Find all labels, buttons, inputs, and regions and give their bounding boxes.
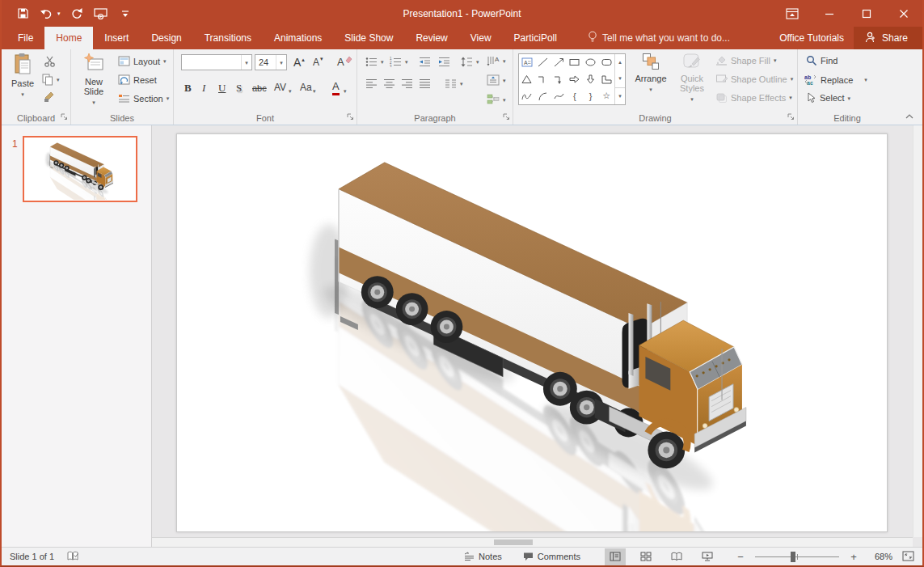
underline-button[interactable]: U <box>218 82 226 95</box>
save-icon[interactable] <box>15 6 31 22</box>
undo-icon[interactable] <box>39 6 55 22</box>
customize-quick-access-toolbar-icon[interactable] <box>117 6 133 22</box>
left-brace-shape-icon[interactable]: { <box>567 87 583 104</box>
shape-outline-button[interactable]: Shape Outline ▾ <box>715 74 793 84</box>
start-from-beginning-icon[interactable] <box>93 6 109 22</box>
select-button[interactable]: Select ▾ <box>806 92 850 104</box>
change-case-button[interactable]: Aa <box>300 82 312 93</box>
slide-show-button[interactable] <box>697 548 718 565</box>
slide-canvas[interactable] <box>176 133 888 532</box>
section-button[interactable]: Section ▾ <box>118 93 169 104</box>
curve-shape-icon[interactable] <box>551 87 567 104</box>
arrange-button[interactable]: Arrange ▾ <box>631 53 670 93</box>
clipboard-dialog-launcher-icon[interactable] <box>60 112 68 122</box>
spell-check-icon[interactable] <box>67 551 79 563</box>
cut-button[interactable] <box>44 56 56 67</box>
align-center-button[interactable] <box>383 78 395 89</box>
find-button[interactable]: Find <box>806 55 838 66</box>
shape-fill-button[interactable]: Shape Fill ▾ <box>715 55 776 66</box>
clear-formatting-button[interactable]: A <box>337 56 352 68</box>
vertical-scrollbar[interactable] <box>913 125 922 537</box>
horizontal-scrollbar-thumb[interactable] <box>494 539 533 545</box>
paste-button[interactable]: Paste ▾ <box>5 53 40 98</box>
zoom-in-button[interactable]: + <box>849 551 859 563</box>
tab-slide-show[interactable]: Slide Show <box>333 27 404 49</box>
decrease-indent-button[interactable] <box>419 57 431 67</box>
bullets-button[interactable]: ▾ <box>365 57 384 67</box>
ribbon-display-options-icon[interactable] <box>774 0 811 27</box>
new-slide-button[interactable]: New Slide ▾ <box>76 53 112 106</box>
shapes-scroll-down-icon[interactable]: ▾ <box>615 70 625 87</box>
font-name-combo[interactable]: ▾ <box>181 54 252 70</box>
format-painter-button[interactable] <box>44 91 55 103</box>
replace-button[interactable]: abac Replace ▾ <box>804 74 867 86</box>
text-direction-button[interactable]: A ▾ <box>487 55 506 66</box>
notes-toggle[interactable]: Notes <box>464 552 502 561</box>
italic-button[interactable]: I <box>202 82 205 95</box>
fit-slide-to-window-icon[interactable] <box>902 551 914 563</box>
tab-transitions[interactable]: Transitions <box>193 27 263 49</box>
text-shadow-button[interactable]: S <box>236 82 242 95</box>
share-button[interactable]: Share <box>854 27 922 49</box>
zoom-level[interactable]: 68% <box>868 552 892 561</box>
font-dialog-launcher-icon[interactable] <box>346 112 354 122</box>
font-color-button[interactable]: A <box>332 80 340 95</box>
character-spacing-button[interactable]: AV <box>274 82 286 93</box>
drawing-dialog-launcher-icon[interactable] <box>787 112 795 122</box>
slide-editor-area[interactable] <box>152 125 922 547</box>
tab-design[interactable]: Design <box>140 27 192 49</box>
zoom-out-button[interactable]: − <box>736 551 745 563</box>
tab-review[interactable]: Review <box>404 27 458 49</box>
slide-thumbnail[interactable] <box>23 136 137 202</box>
tell-me-box[interactable]: Tell me what you want to do... <box>588 27 730 49</box>
redo-icon[interactable] <box>69 6 85 22</box>
convert-to-smartart-button[interactable]: ▾ <box>487 94 506 105</box>
align-left-button[interactable] <box>365 78 378 89</box>
shapes-scroll-up-icon[interactable]: ▴ <box>615 54 625 70</box>
line-spacing-button[interactable]: ▾ <box>461 57 479 67</box>
down-arrow-shape-icon[interactable] <box>583 71 599 88</box>
star-shape-icon[interactable]: ☆ <box>598 87 614 104</box>
slide-sorter-view-button[interactable] <box>635 548 656 565</box>
shapes-more-icon[interactable]: ▾ <box>615 87 625 104</box>
maximize-icon[interactable] <box>848 0 885 27</box>
shape-effects-button[interactable]: Shape Effects ▾ <box>715 92 792 103</box>
oval-shape-icon[interactable] <box>583 54 599 71</box>
font-size-combo[interactable]: 24 ▾ <box>255 54 287 70</box>
corner-shape-icon[interactable] <box>598 71 614 88</box>
justify-button[interactable] <box>419 78 431 89</box>
strikethrough-button[interactable]: abc <box>252 83 267 93</box>
bold-button[interactable]: B <box>184 82 192 95</box>
elbow-arrow-connector-icon[interactable] <box>551 71 567 88</box>
align-text-button[interactable]: ▾ <box>487 74 506 86</box>
triangle-shape-icon[interactable] <box>519 71 535 88</box>
arc-shape-icon[interactable] <box>535 87 551 104</box>
tab-file[interactable]: File <box>6 27 44 49</box>
shapes-gallery-scrollbar[interactable]: ▴ ▾ ▾ <box>614 54 625 104</box>
text-box-shape-icon[interactable]: A <box>519 54 535 71</box>
paragraph-dialog-launcher-icon[interactable] <box>502 112 510 122</box>
reset-button[interactable]: Reset <box>118 74 157 85</box>
office-tutorials-link[interactable]: Office Tutorials <box>770 27 854 49</box>
line-shape-icon[interactable] <box>535 54 551 71</box>
increase-font-size-button[interactable]: A▴ <box>293 56 305 69</box>
reading-view-button[interactable] <box>666 548 687 565</box>
tab-animations[interactable]: Animations <box>263 27 333 49</box>
decrease-font-size-button[interactable]: A▾ <box>313 56 323 68</box>
horizontal-scrollbar[interactable] <box>152 537 913 547</box>
comments-toggle[interactable]: Comments <box>523 552 580 561</box>
right-brace-shape-icon[interactable]: } <box>583 87 599 104</box>
tab-view[interactable]: View <box>459 27 503 49</box>
minimize-icon[interactable] <box>811 0 848 27</box>
copy-button[interactable]: ▾ <box>42 74 60 86</box>
right-arrow-shape-icon[interactable] <box>567 71 583 88</box>
shapes-gallery[interactable]: A { } ☆ <box>518 53 626 105</box>
tab-insert[interactable]: Insert <box>93 27 140 49</box>
arrow-shape-icon[interactable] <box>551 54 567 71</box>
close-icon[interactable] <box>885 0 922 27</box>
numbering-button[interactable]: 123 ▾ <box>390 57 408 67</box>
normal-view-button[interactable] <box>605 548 626 565</box>
tab-home[interactable]: Home <box>44 27 93 49</box>
elbow-connector-icon[interactable] <box>535 71 551 88</box>
scribble-shape-icon[interactable] <box>519 87 535 104</box>
